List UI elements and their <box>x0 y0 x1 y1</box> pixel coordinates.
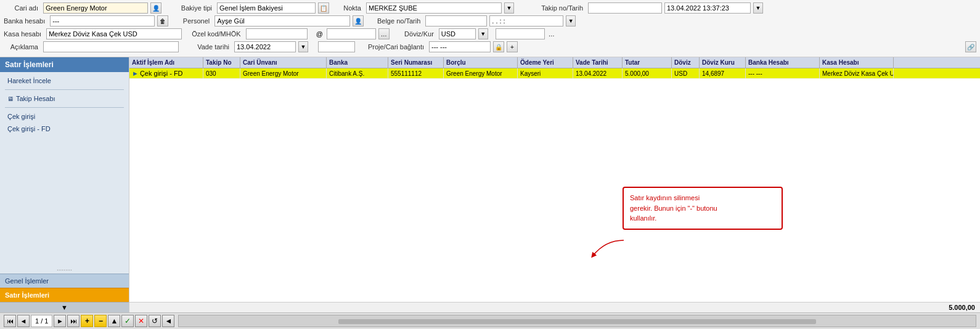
doviz-value: USD <box>439 28 476 39</box>
table-row[interactable]: ► Çek girişi - FD 030 Green Energy Motor… <box>129 68 980 79</box>
cari-adi-value: Green Energy Motor <box>43 2 148 14</box>
sidebar-tab-satir[interactable]: Satır İşlemleri <box>0 288 129 302</box>
belge-dropdown[interactable]: ▼ <box>566 15 576 26</box>
cell-tutar: 5.000,00 <box>623 68 672 78</box>
takip-dropdown[interactable]: ▼ <box>753 2 763 14</box>
personel-btn[interactable]: 👤 <box>353 15 364 26</box>
takip-label: Takip Hesabı <box>16 95 55 102</box>
cell-borc: Green Energy Motor <box>444 68 518 78</box>
minus-btn[interactable]: − <box>94 315 107 327</box>
footer-total: 5.000,00 <box>949 304 975 311</box>
aciklama-input[interactable] <box>43 41 179 52</box>
page-indicator: 1 / 1 <box>31 315 52 327</box>
sidebar-dots: ......... <box>0 263 129 274</box>
cell-odeme: Kayseri <box>518 68 573 78</box>
ozel-kod-label: Özel kod/MHÖK <box>192 30 243 38</box>
banka-hesabi-label: Banka hesabı <box>4 17 47 25</box>
cell-kasa-hesabi: Merkez Döviz Kasa Çek U <box>820 68 894 78</box>
bakiye-tipi-btn[interactable]: 📋 <box>318 2 329 14</box>
annotation-1-text: Satır kaydının silinmesigerekir. Bunun i… <box>630 194 717 222</box>
sidebar-divider-1 <box>5 89 124 90</box>
takip-date-value: 13.04.2022 13:37:23 <box>664 2 751 14</box>
nav-prev-btn[interactable]: ◄ <box>17 315 30 327</box>
row-arrow: ► <box>132 70 139 77</box>
doviz-dropdown[interactable]: ▼ <box>478 28 488 39</box>
scroll-left-btn[interactable]: ◄ <box>162 315 174 327</box>
cell-aktif: ► Çek girişi - FD <box>129 68 203 78</box>
sidebar: Satır İşlemleri Hareket İncele 🖥 Takip H… <box>0 57 129 312</box>
sidebar-header: Satır İşlemleri <box>0 57 129 72</box>
sidebar-item-hareket[interactable]: Hareket İncele <box>0 75 129 87</box>
cell-seri: 555111112 <box>388 68 444 78</box>
personel-value: Ayşe Gül <box>214 15 350 26</box>
vade-zero-input[interactable]: 0 <box>318 41 355 52</box>
doviz-label: Döviz/Kur <box>399 30 436 38</box>
form-row-1: Cari adı Green Energy Motor 👤 Bakiye tip… <box>4 2 976 14</box>
sidebar-item-cek-girisi-fd[interactable]: Çek girişi - FD <box>0 123 129 135</box>
sidebar-item-takip[interactable]: 🖥 Takip Hesabı <box>0 92 129 105</box>
nokta-label: Nokta <box>339 4 364 12</box>
col-header-cari: Cari Ünvanı <box>240 57 327 68</box>
takip-label: Takip no/Tarih <box>524 4 586 12</box>
nav-last-btn[interactable]: ⏭ <box>67 315 80 327</box>
cancel-btn[interactable]: ✕ <box>135 315 147 327</box>
vade-dropdown[interactable]: ▼ <box>298 41 308 52</box>
mhok-input[interactable] <box>327 28 376 39</box>
kasa-hesabi-value: Merkez Döviz Kasa Çek USD <box>46 28 182 39</box>
scrollbar-indicator <box>338 319 817 324</box>
header-form: Cari adı Green Energy Motor 👤 Bakiye tip… <box>0 0 980 57</box>
form-row-2: Banka hesabı --- 🗑 Personel Ayşe Gül 👤 B… <box>4 15 976 26</box>
vade-tarihi-value: 13.04.2022 <box>234 41 296 52</box>
banka-hesabi-value: --- <box>50 15 155 26</box>
takip-no-input[interactable] <box>588 2 662 14</box>
col-header-takip: Takip No <box>203 57 240 68</box>
horizontal-scrollbar[interactable] <box>178 315 976 327</box>
nokta-dropdown[interactable]: ▼ <box>504 2 514 14</box>
belge-date-value: . . : : <box>489 15 563 26</box>
col-header-kasa-hesabi: Kasa Hesabı <box>820 57 894 68</box>
col-header-kuru: Döviz Kuru <box>700 57 746 68</box>
bakiye-tipi-label: Bakiye tipi <box>171 4 214 12</box>
sidebar-tab-dropdown[interactable]: ▼ <box>0 302 129 312</box>
nav-first-btn[interactable]: ⏮ <box>4 315 16 327</box>
doviz-kur-input[interactable]: 14,6897 <box>496 28 545 39</box>
add-btn[interactable]: + <box>81 315 93 327</box>
proje-lock-btn[interactable]: 🔒 <box>493 41 504 52</box>
kasa-hesabi-label: Kasa hesabı <box>4 30 44 38</box>
sidebar-item-cek-girisi[interactable]: Çek girişi <box>0 110 129 123</box>
refresh-btn[interactable]: ↺ <box>149 315 161 327</box>
cari-adi-label: Cari adı <box>4 4 41 12</box>
cell-aktif-value: Çek girişi - FD <box>140 70 183 77</box>
col-header-banka: Banka <box>327 57 388 68</box>
sidebar-tab-genel[interactable]: Genel İşlemler <box>0 274 129 288</box>
mhok-btn[interactable]: … <box>378 28 390 39</box>
content-area: Satır İşlemleri Hareket İncele 🖥 Takip H… <box>0 57 980 312</box>
form-row-4: Açıklama Vade tarihi 13.04.2022 ▼ 0 Proj… <box>4 41 976 52</box>
col-header-odeme: Ödeme Yeri <box>518 57 573 68</box>
col-header-aktif: Aktif İşlem Adı <box>129 57 203 68</box>
cell-vade: 13.04.2022 <box>573 68 623 78</box>
belge-no-input[interactable] <box>425 15 487 26</box>
nav-next-btn[interactable]: ► <box>54 315 66 327</box>
banka-hesabi-btn[interactable]: 🗑 <box>157 15 168 26</box>
table-area: Aktif İşlem Adı Takip No Cari Ünvanı Ban… <box>129 57 980 312</box>
at-sign: @ <box>316 30 323 38</box>
proje-label: Proje/Cari bağlantı <box>365 43 427 51</box>
sidebar-divider-2 <box>5 107 124 108</box>
table-footer-area: 5.000,00 <box>129 302 980 312</box>
cari-adi-btn[interactable]: 👤 <box>150 2 161 14</box>
bottom-toolbar: ⏮ ◄ 1 / 1 ► ⏭ + − ▲ ✓ ✕ ↺ ◄ <box>0 312 980 329</box>
proje-value: --- --- <box>429 41 491 52</box>
proje-right-btn[interactable]: 🔗 <box>965 41 976 52</box>
sidebar-items: Hareket İncele 🖥 Takip Hesabı Çek girişi… <box>0 72 129 170</box>
ozel-kod-input[interactable] <box>246 28 308 39</box>
col-header-borc: Borçlu <box>444 57 518 68</box>
personel-label: Personel <box>178 17 212 25</box>
aciklama-label: Açıklama <box>4 43 41 51</box>
proje-add-btn[interactable]: + <box>507 41 518 52</box>
up-btn[interactable]: ▲ <box>108 315 120 327</box>
cell-banka-hesabi: --- --- <box>746 68 820 78</box>
cell-cari: Green Energy Motor <box>240 68 327 78</box>
annotation-box-1: Satır kaydının silinmesigerekir. Bunun i… <box>623 187 783 230</box>
check-btn[interactable]: ✓ <box>121 315 134 327</box>
